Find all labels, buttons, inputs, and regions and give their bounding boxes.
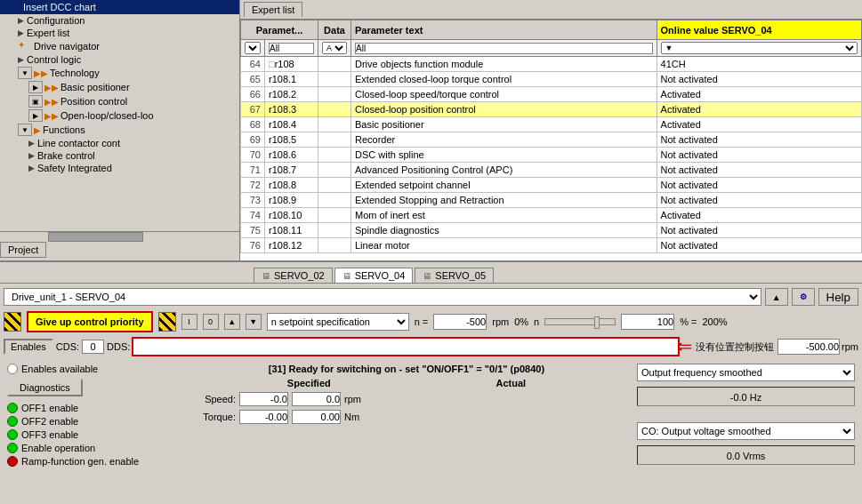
filter-text-input[interactable] bbox=[355, 43, 653, 54]
ramp-func-led bbox=[7, 456, 18, 467]
tree-item-technology[interactable]: ▼ ▶▶ Technology bbox=[0, 66, 239, 80]
filter-param-input[interactable] bbox=[269, 43, 314, 54]
tab-servo04[interactable]: 🖥 SERVO_04 bbox=[334, 268, 414, 283]
slider-thumb[interactable] bbox=[594, 316, 600, 329]
give-up-button[interactable]: Give up control priority bbox=[27, 311, 153, 332]
table-row[interactable]: 67 r108.3 Closed-loop position control A… bbox=[241, 102, 862, 117]
off2-label: OFF2 enable bbox=[21, 416, 78, 427]
tech-icon: ▶▶ bbox=[44, 111, 59, 121]
tree-item-open-loop[interactable]: ▶ ▶▶ Open-loop/closed-loo bbox=[0, 108, 239, 123]
filter-data-cell[interactable]: A ▼ bbox=[318, 40, 351, 57]
tree-label: Drive navigator bbox=[34, 41, 100, 52]
table-row[interactable]: 64 □r108 Drive objects function module 4… bbox=[241, 57, 862, 72]
speed-spec-input[interactable] bbox=[239, 392, 288, 406]
filter-all-icon[interactable]: ▼ bbox=[241, 40, 265, 57]
table-row[interactable]: 73 r108.9 Extended Stopping and Retracti… bbox=[241, 193, 862, 208]
torque-actual-input[interactable] bbox=[292, 410, 341, 424]
jog-btn-2[interactable]: 0 bbox=[203, 314, 219, 330]
func-icon: ▶ bbox=[34, 125, 41, 135]
setpoint-select[interactable]: n setpoint specification bbox=[267, 313, 409, 331]
filter-value-cell[interactable]: ▼ bbox=[657, 40, 861, 57]
slider-container[interactable] bbox=[544, 318, 616, 325]
tree-label: Control logic bbox=[27, 54, 81, 65]
filter-text-cell[interactable] bbox=[351, 40, 657, 57]
tree-item-insert-dcc[interactable]: → Insert DCC chart bbox=[0, 0, 239, 14]
chinese-label: 没有位置控制按钮 bbox=[696, 340, 774, 354]
tree-item-brake-control[interactable]: ▶ Brake control bbox=[0, 149, 239, 162]
tree-item-drive-navigator[interactable]: ✦ Drive navigator bbox=[0, 39, 239, 53]
tree-item-expert-list[interactable]: ▶ Expert list bbox=[0, 27, 239, 39]
filter-data-select[interactable]: A ▼ bbox=[322, 42, 347, 54]
table-row[interactable]: 75 r108.11 Spindle diagnostics Not activ… bbox=[241, 223, 862, 238]
param-col: r108.5 bbox=[265, 132, 318, 148]
table-row[interactable]: 72 r108.8 Extended setpoint channel Not … bbox=[241, 178, 862, 193]
dds-label: DDS: bbox=[107, 341, 130, 352]
jog-btn-down[interactable]: ▼ bbox=[246, 314, 262, 330]
value-col: Not activated bbox=[657, 223, 861, 238]
tree-label: Position control bbox=[60, 96, 127, 107]
value-col: Not activated bbox=[657, 238, 861, 253]
tree-item-functions[interactable]: ▼ ▶ Functions bbox=[0, 123, 239, 137]
tree-item-line-contactor[interactable]: ▶ Line contactor cont bbox=[0, 137, 239, 149]
speed-actual-input[interactable] bbox=[292, 392, 341, 406]
drive-title-select[interactable]: Drive_unit_1 - SERVO_04 bbox=[4, 288, 761, 306]
enables-radio[interactable] bbox=[7, 364, 18, 374]
filter-param-cell[interactable] bbox=[265, 40, 318, 57]
value-col: Not activated bbox=[657, 193, 861, 208]
table-row[interactable]: 68 r108.4 Basic positioner Activated bbox=[241, 117, 862, 132]
cds-input[interactable] bbox=[82, 340, 104, 354]
specified-label: Specified bbox=[287, 378, 331, 388]
torque-spec-input[interactable] bbox=[239, 410, 288, 424]
percent-sign: % = bbox=[680, 316, 697, 327]
filter-value-select[interactable]: ▼ bbox=[661, 42, 858, 54]
servo05-icon: 🖥 bbox=[423, 271, 431, 281]
diagnostics-button[interactable]: Diagnostics bbox=[7, 379, 83, 396]
tree-item-configuration[interactable]: ▶ Configuration bbox=[0, 14, 239, 27]
row-num: 76 bbox=[241, 238, 265, 253]
help-button[interactable]: Help bbox=[818, 288, 858, 306]
row-num: 72 bbox=[241, 178, 265, 193]
output-freq-value: -0.0 Hz bbox=[637, 387, 855, 406]
jog-btn-up[interactable]: ▲ bbox=[224, 314, 240, 330]
project-tab[interactable]: Project bbox=[0, 242, 46, 258]
tab-servo02[interactable]: 🖥 SERVO_02 bbox=[254, 268, 333, 283]
row-num: 69 bbox=[241, 132, 265, 148]
expert-list-tab[interactable]: Expert list bbox=[244, 2, 302, 17]
row-num: 70 bbox=[241, 148, 265, 163]
table-row[interactable]: 74 r108.10 Mom of inert est Activated bbox=[241, 208, 862, 223]
arrow-icon: ▶ bbox=[28, 139, 37, 148]
table-row[interactable]: 70 r108.6 DSC with spline Not activated bbox=[241, 148, 862, 163]
param-col: r108.4 bbox=[265, 117, 318, 132]
row-num: 66 bbox=[241, 87, 265, 102]
tree-item-basic-positioner[interactable]: ▶ ▶▶ Basic positioner bbox=[0, 80, 239, 94]
value-col: Activated bbox=[657, 87, 861, 102]
tree-item-position-control[interactable]: ▣ ▶▶ Position control bbox=[0, 94, 239, 108]
table-row[interactable]: 66 r108.2 Closed-loop speed/torque contr… bbox=[241, 87, 862, 102]
tab-servo05[interactable]: 🖥 SERVO_05 bbox=[415, 268, 494, 283]
tree-item-control-logic[interactable]: ▶ Control logic bbox=[0, 53, 239, 66]
speed-input[interactable] bbox=[433, 314, 487, 330]
enables-button[interactable]: Enables bbox=[4, 339, 53, 355]
tree-label: Functions bbox=[43, 124, 85, 135]
row-num: 68 bbox=[241, 117, 265, 132]
output-volt-select[interactable]: CO: Output voltage smoothed bbox=[637, 422, 855, 440]
table-row[interactable]: 76 r108.12 Linear motor Not activated bbox=[241, 238, 862, 253]
table-row[interactable]: 65 r108.1 Extended closed-loop torque co… bbox=[241, 72, 862, 87]
speed-display[interactable] bbox=[777, 339, 840, 355]
hazard-stripe-right bbox=[158, 312, 176, 332]
param-col: r108.3 bbox=[265, 102, 318, 117]
arrow-icon: ▶ bbox=[28, 151, 37, 160]
drive-btn-1[interactable]: ▲ bbox=[765, 288, 788, 306]
value-col: Not activated bbox=[657, 178, 861, 193]
tree-item-safety[interactable]: ▶ Safety Integrated bbox=[0, 162, 239, 174]
data-col bbox=[318, 223, 351, 238]
percent-value-input[interactable] bbox=[621, 314, 674, 330]
table-row[interactable]: 71 r108.7 Advanced Positioning Control (… bbox=[241, 163, 862, 178]
row-num: 65 bbox=[241, 72, 265, 87]
output-freq-select[interactable]: Output frequency smoothed bbox=[637, 364, 855, 381]
drive-btn-2[interactable]: ⚙ bbox=[792, 288, 815, 306]
table-row[interactable]: 69 r108.5 Recorder Not activated bbox=[241, 132, 862, 148]
jog-btn-1[interactable]: I bbox=[181, 314, 197, 330]
filter-param-select[interactable]: ▼ bbox=[245, 42, 261, 54]
drive-config-icon: ⚙ bbox=[800, 292, 807, 301]
